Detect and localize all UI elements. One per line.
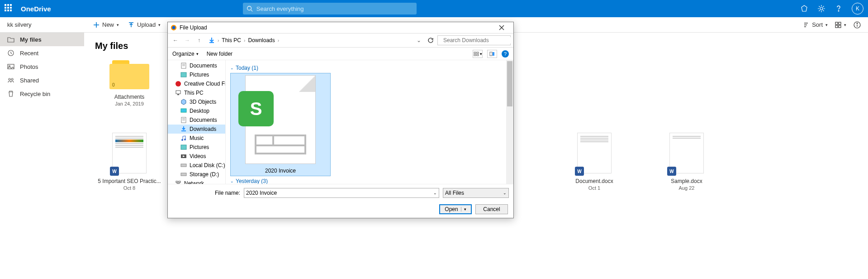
disk-icon <box>180 171 187 178</box>
folder-tree[interactable]: DocumentsPicturesCreative Cloud FilThis … <box>168 60 226 184</box>
svg-rect-11 <box>835 22 838 24</box>
file-item[interactable]: S 2020 Invoice <box>230 73 331 176</box>
upload-button[interactable]: Upload ▾ <box>128 21 161 28</box>
back-button[interactable]: ← <box>171 35 180 45</box>
filename-input[interactable]: 2020 Invoice ⌄ <box>244 188 439 198</box>
tree-item[interactable]: Documents <box>168 115 225 125</box>
3d-icon <box>180 99 187 105</box>
tree-item[interactable]: Storage (D:) <box>168 170 225 179</box>
tree-item[interactable]: Videos <box>168 152 225 161</box>
tree-label: Documents <box>190 63 217 69</box>
tree-item[interactable]: 3D Objects <box>168 97 225 106</box>
app-launcher-icon[interactable] <box>5 4 14 13</box>
music-icon <box>180 135 187 141</box>
chevron-down-icon[interactable]: ⌄ <box>417 37 424 43</box>
user-avatar[interactable]: K <box>852 3 863 14</box>
tree-item[interactable]: Documents <box>168 61 225 70</box>
sort-button[interactable]: Sort ▾ <box>803 21 828 28</box>
spreadsheet-icon: S <box>245 75 316 164</box>
forward-button[interactable]: → <box>182 35 192 45</box>
tree-item[interactable]: Downloads <box>168 125 225 134</box>
preview-pane-button[interactable] <box>487 50 497 58</box>
dialog-toolbar: Organize ▾ New folder ▾ ? <box>168 48 513 60</box>
open-button[interactable]: Open ▾ <box>439 204 472 214</box>
tree-item[interactable]: This PC <box>168 88 225 97</box>
vid-icon <box>180 153 187 159</box>
help-icon[interactable] <box>835 5 843 13</box>
breadcrumb[interactable]: › This PC › Downloads › ⌄ <box>206 37 424 43</box>
file-list[interactable]: ⌄Today (1) S 2020 Invoice ⌄Yesterday (3) <box>226 60 513 184</box>
breadcrumb-item[interactable]: Downloads <box>248 37 275 43</box>
svg-rect-32 <box>474 54 476 56</box>
cc-icon <box>175 81 181 87</box>
pic-icon <box>180 144 187 150</box>
organize-button[interactable]: Organize ▾ <box>172 51 199 57</box>
global-search-input[interactable] <box>256 5 413 12</box>
svg-rect-12 <box>839 22 841 24</box>
global-search[interactable] <box>243 3 417 14</box>
svg-point-48 <box>181 139 183 141</box>
file-tile[interactable]: W Document.docx Oct 1 <box>563 133 626 191</box>
sidebar-item-myfiles[interactable]: My files <box>0 33 84 46</box>
scrollbar[interactable] <box>506 60 513 184</box>
cancel-button[interactable]: Cancel <box>475 204 508 214</box>
up-button[interactable]: ↑ <box>194 35 204 45</box>
file-name: 2020 Invoice <box>265 166 296 176</box>
svg-point-22 <box>11 78 13 80</box>
dialog-search-input[interactable] <box>443 37 511 43</box>
premium-icon[interactable] <box>800 5 808 13</box>
tree-label: Downloads <box>190 126 216 132</box>
close-button[interactable] <box>493 23 511 33</box>
dialog-footer: File name: 2020 Invoice ⌄ All Files ⌄ Op… <box>168 184 513 218</box>
group-header[interactable]: ⌄Today (1) <box>230 65 509 71</box>
refresh-button[interactable] <box>426 35 436 45</box>
chevron-down-icon[interactable]: ⌄ <box>433 191 437 195</box>
info-button[interactable] <box>854 21 861 29</box>
svg-rect-54 <box>176 181 178 183</box>
svg-rect-41 <box>176 91 180 94</box>
tree-item[interactable]: Music <box>168 134 225 143</box>
tree-item[interactable]: Desktop <box>168 106 225 115</box>
tree-item[interactable]: Pictures <box>168 70 225 79</box>
new-folder-button[interactable]: New folder <box>207 51 232 57</box>
help-icon[interactable]: ? <box>502 50 509 58</box>
breadcrumb-item[interactable]: This PC <box>222 37 241 43</box>
tree-label: Music <box>190 135 204 141</box>
doc-thumb: W <box>577 133 612 173</box>
tile-name: Document.docx <box>575 178 613 184</box>
tile-date: Oct 8 <box>123 185 135 191</box>
file-filter-select[interactable]: All Files ⌄ <box>443 188 509 198</box>
tree-label: Documents <box>190 117 217 123</box>
folder-icon: 0 <box>109 60 149 89</box>
view-mode-button[interactable]: ▾ <box>473 50 483 58</box>
app-header: OneDrive K <box>0 0 868 17</box>
tree-item[interactable]: Network <box>168 179 225 184</box>
sidebar-item-shared[interactable]: Shared <box>0 73 84 87</box>
sidebar-item-recycle[interactable]: Recycle bin <box>0 87 84 101</box>
tree-item[interactable]: Pictures <box>168 143 225 152</box>
dialog-search[interactable] <box>437 35 511 45</box>
tree-label: Local Disk (C:) <box>190 162 225 168</box>
tile-name: 5 Important SEO Practic... <box>98 178 161 184</box>
dialog-nav: ← → ↑ › This PC › Downloads › ⌄ <box>168 33 513 48</box>
file-tile[interactable]: W 5 Important SEO Practic... Oct 8 <box>98 133 161 191</box>
chevron-down-icon: ▾ <box>158 23 161 27</box>
svg-rect-31 <box>477 52 479 53</box>
sidebar-item-recent[interactable]: Recent <box>0 46 84 60</box>
svg-rect-34 <box>490 52 492 56</box>
tile-name: Sample.docx <box>671 178 702 184</box>
view-button[interactable]: ▾ <box>835 22 846 28</box>
new-button[interactable]: New ▾ <box>93 21 119 28</box>
sort-label: Sort <box>812 21 823 28</box>
chevron-down-icon: ▾ <box>117 23 119 27</box>
group-header[interactable]: ⌄Yesterday (3) <box>230 178 509 184</box>
net-icon <box>175 180 181 184</box>
svg-rect-55 <box>179 181 180 183</box>
tree-item[interactable]: Creative Cloud Fil <box>168 79 225 88</box>
word-icon: W <box>575 167 584 176</box>
tree-item[interactable]: Local Disk (C:) <box>168 161 225 170</box>
gear-icon[interactable] <box>817 5 825 13</box>
sidebar-item-photos[interactable]: Photos <box>0 60 84 73</box>
svg-point-21 <box>9 78 10 80</box>
file-tile[interactable]: W Sample.docx Aug 22 <box>655 133 718 191</box>
